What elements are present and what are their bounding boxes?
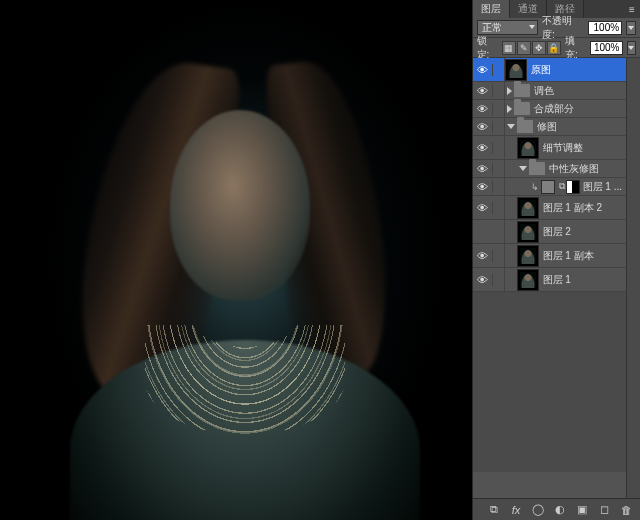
group-name[interactable]: 合成部分 xyxy=(534,102,622,116)
layer-name[interactable]: 原图 xyxy=(531,63,622,77)
layer-row[interactable]: 👁 ↳ ⧉ 图层 1 ... xyxy=(473,178,626,196)
scrollbar[interactable] xyxy=(626,58,640,498)
layer-name[interactable]: 细节调整 xyxy=(543,141,622,155)
document-canvas[interactable] xyxy=(0,0,472,520)
layers-list[interactable]: 👁 原图 👁 调色 👁 合成部分 👁 修图 👁 xyxy=(473,58,626,498)
group-row[interactable]: 👁 合成部分 xyxy=(473,100,626,118)
visibility-toggle[interactable]: 👁 xyxy=(473,103,493,115)
layer-name[interactable]: 图层 1 副本 xyxy=(543,249,622,263)
disclosure-triangle-icon[interactable] xyxy=(507,105,512,113)
layer-thumbnail[interactable] xyxy=(505,59,527,81)
lock-pixels-icon[interactable]: ✎ xyxy=(517,41,531,55)
layer-row[interactable]: 图层 2 xyxy=(473,220,626,244)
folder-icon xyxy=(517,120,533,133)
panel-menu-icon[interactable]: ≡ xyxy=(624,0,640,18)
group-row[interactable]: 👁 调色 xyxy=(473,82,626,100)
lock-position-icon[interactable]: ✥ xyxy=(532,41,546,55)
lock-row: 锁定: ▦ ✎ ✥ 🔒 填充: 100% xyxy=(473,38,640,58)
folder-icon xyxy=(529,162,545,175)
folder-icon xyxy=(514,84,530,97)
visibility-toggle[interactable]: 👁 xyxy=(473,85,493,97)
chevron-down-icon xyxy=(529,25,535,29)
visibility-toggle[interactable]: 👁 xyxy=(473,250,493,262)
visibility-toggle[interactable]: 👁 xyxy=(473,274,493,286)
layer-row[interactable]: 👁 图层 1 副本 2 xyxy=(473,196,626,220)
link-layers-icon[interactable]: ⧉ xyxy=(486,503,502,517)
layer-name[interactable]: 图层 1 xyxy=(543,273,622,287)
opacity-input[interactable]: 100% xyxy=(588,21,622,35)
group-row[interactable]: 👁 中性灰修图 xyxy=(473,160,626,178)
layer-thumbnail[interactable] xyxy=(517,197,539,219)
layer-row[interactable]: 👁 图层 1 副本 xyxy=(473,244,626,268)
portrait-face xyxy=(170,110,310,300)
disclosure-triangle-icon[interactable] xyxy=(507,87,512,95)
layer-thumbnail[interactable] xyxy=(517,269,539,291)
lock-all-icon[interactable]: 🔒 xyxy=(547,41,561,55)
blend-mode-value: 正常 xyxy=(482,21,502,35)
layer-row[interactable]: 👁 原图 xyxy=(473,58,626,82)
folder-icon xyxy=(514,102,530,115)
group-name[interactable]: 修图 xyxy=(537,120,622,134)
visibility-toggle[interactable]: 👁 xyxy=(473,163,493,175)
layers-empty-area[interactable] xyxy=(473,292,626,472)
new-layer-icon[interactable]: ◻ xyxy=(596,503,612,517)
layer-row[interactable]: 👁 图层 1 xyxy=(473,268,626,292)
layer-row[interactable]: 👁 细节调整 xyxy=(473,136,626,160)
layer-thumbnail[interactable] xyxy=(541,180,555,194)
link-icon: ⧉ xyxy=(558,181,566,192)
visibility-toggle[interactable]: 👁 xyxy=(473,64,493,76)
fill-input[interactable]: 100% xyxy=(590,41,622,55)
portrait-necklace xyxy=(145,325,345,435)
group-name[interactable]: 调色 xyxy=(534,84,622,98)
layer-thumbnail[interactable] xyxy=(517,137,539,159)
layer-mask-thumbnail[interactable] xyxy=(566,180,580,194)
fill-stepper[interactable] xyxy=(627,41,637,55)
group-row[interactable]: 👁 修图 xyxy=(473,118,626,136)
layer-thumbnail[interactable] xyxy=(517,221,539,243)
disclosure-triangle-icon[interactable] xyxy=(519,166,527,171)
tab-layers[interactable]: 图层 xyxy=(473,0,510,18)
visibility-toggle[interactable]: 👁 xyxy=(473,202,493,214)
clipping-indicator-icon: ↳ xyxy=(531,182,539,192)
blend-mode-dropdown[interactable]: 正常 xyxy=(477,20,539,35)
visibility-toggle[interactable]: 👁 xyxy=(473,121,493,133)
visibility-toggle[interactable]: 👁 xyxy=(473,181,493,193)
group-name[interactable]: 中性灰修图 xyxy=(549,162,622,176)
delete-layer-icon[interactable]: 🗑 xyxy=(618,503,634,517)
opacity-stepper[interactable] xyxy=(626,21,636,35)
layers-panel: 图层 通道 路径 ≡ 正常 不透明度: 100% 锁定: ▦ ✎ ✥ 🔒 填充:… xyxy=(472,0,640,520)
layer-thumbnail[interactable] xyxy=(517,245,539,267)
layer-name[interactable]: 图层 1 副本 2 xyxy=(543,201,622,215)
add-mask-icon[interactable]: ◯ xyxy=(530,503,546,517)
lock-transparency-icon[interactable]: ▦ xyxy=(502,41,516,55)
fx-icon[interactable]: fx xyxy=(508,503,524,517)
layer-name[interactable]: 图层 2 xyxy=(543,225,622,239)
tab-channels[interactable]: 通道 xyxy=(510,0,547,18)
layer-name[interactable]: 图层 1 ... xyxy=(583,180,622,194)
panel-footer: ⧉ fx ◯ ◐ ▣ ◻ 🗑 xyxy=(473,498,640,520)
visibility-toggle[interactable]: 👁 xyxy=(473,142,493,154)
adjustment-layer-icon[interactable]: ◐ xyxy=(552,503,568,517)
new-group-icon[interactable]: ▣ xyxy=(574,503,590,517)
disclosure-triangle-icon[interactable] xyxy=(507,124,515,129)
